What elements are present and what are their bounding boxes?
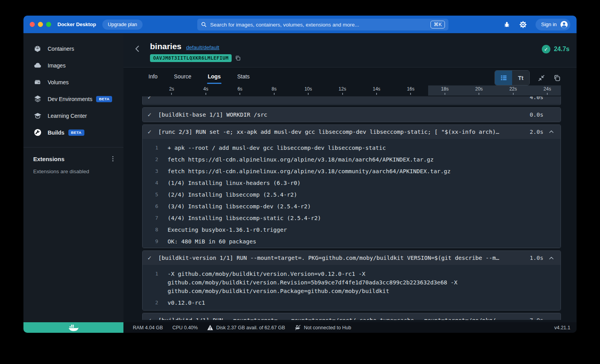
search-shortcut-badge: ⌘K (430, 21, 445, 28)
builder-ref-link[interactable]: default/default (186, 44, 220, 50)
step-label: [runc 2/3] RUN set -e; xx-apk add musl-d… (158, 129, 524, 135)
sign-in-button[interactable]: Sign in (536, 19, 570, 30)
minimize-window-icon[interactable] (38, 22, 43, 27)
log-line-number: 2 (143, 298, 158, 307)
docker-whale-engine-status[interactable] (23, 322, 123, 333)
tab-info[interactable]: Info (148, 67, 158, 85)
app-title: Docker Desktop (57, 21, 96, 27)
sidebar-item-label: Learning Center (48, 113, 87, 119)
list-view-icon (500, 74, 507, 82)
log-line: 4(1/4) Installing linux-headers (6.3-r0) (143, 177, 561, 189)
log-line-text: (4/4) Installing libseccomp-static (2.5.… (168, 214, 321, 222)
log-line-number: 1 (143, 144, 158, 152)
sidebar-item-dev-environments[interactable]: Dev EnvironmentsBETA (23, 91, 123, 107)
log-line-number: 9 (143, 237, 158, 246)
view-toggle-group: Tt (495, 70, 530, 85)
log-line: 9OK: 480 MiB in 60 packages (143, 236, 561, 247)
chevron-up-icon[interactable] (546, 255, 556, 261)
cpu-usage: CPU 0.40% (172, 325, 198, 330)
search-input[interactable]: Search for images, containers, volumes, … (197, 19, 448, 30)
timeline-tick-label: 22s (509, 86, 517, 92)
sidebar-item-label: Images (48, 62, 66, 69)
build-step: ✓[buildkitd 1/1] RUN --mount=target=. --… (142, 313, 561, 320)
timeline-ruler[interactable]: 2s4s6s8s10s12s14s16s18s20s22s24s (138, 85, 561, 96)
log-line-text: fetch https://dl-cdn.alpinelinux.org/alp… (168, 155, 434, 164)
log-line-text: (1/4) Installing linux-headers (6.3-r0) (168, 179, 300, 187)
timeline-tick-mark (239, 93, 240, 95)
build-header: binaries default/default OAVJM8T3IITLQXK… (123, 33, 577, 67)
sidebar-item-builds[interactable]: BuildsBETA (23, 124, 123, 141)
sidebar-item-label: Volumes (48, 79, 69, 85)
timeline-tick-mark (479, 93, 479, 95)
log-line-text: (2/4) Installing libseccomp (2.5.4-r2) (168, 190, 297, 199)
sidebar-item-containers[interactable]: Containers (23, 40, 123, 57)
plain-text-view-toggle[interactable]: Tt (512, 71, 529, 85)
step-success-check-icon: ✓ (147, 317, 156, 320)
step-label: [buildkit-base 1/1] WORKDIR /src (158, 112, 524, 118)
timeline-tick-mark (342, 93, 343, 95)
build-step-header[interactable]: ✓[buildkit-version 1/1] RUN --mount=targ… (143, 251, 561, 265)
volumes-icon (33, 78, 42, 86)
sidebar-item-label: Dev Environments (48, 96, 92, 102)
log-line-number: 2 (143, 155, 158, 164)
sidebar-item-label: Builds (48, 130, 64, 136)
build-step-header[interactable]: ✓[buildkit-base 1/1] WORKDIR /src0.0s (143, 108, 561, 122)
timeline-tick-mark (410, 93, 411, 95)
build-duration-text: 24.7s (554, 46, 570, 53)
step-log-output: 1-X github.com/moby/buildkit/version.Ver… (143, 265, 561, 311)
logs-panel: InfoSourceLogsStats Tt (123, 67, 577, 322)
timeline-tick-mark (376, 93, 377, 95)
bug-report-icon[interactable] (503, 21, 511, 28)
step-label: [buildkitd 1/1] RUN --mount=target=. --m… (158, 317, 524, 320)
back-button[interactable] (134, 45, 141, 54)
log-line: 7(4/4) Installing libseccomp-static (2.5… (143, 212, 561, 224)
sidebar-item-label: Containers (48, 46, 74, 52)
log-line: 1-X github.com/moby/buildkit/version.Ver… (143, 268, 561, 297)
titlebar: Docker Desktop Upgrade plan Search for i… (23, 16, 577, 33)
collapse-all-icon[interactable] (538, 74, 545, 82)
hub-connection-status: Not connected to Hub (295, 325, 351, 330)
chevron-up-icon[interactable] (546, 129, 556, 135)
build-id-badge: OAVJM8T3IITLQXKR6LMLEFIUM (150, 54, 232, 62)
tab-stats[interactable]: Stats (236, 67, 250, 85)
search-icon (201, 21, 207, 28)
upgrade-plan-button[interactable]: Upgrade plan (102, 20, 143, 30)
build-step-expanded: ✓[buildkit-version 1/1] RUN --mount=targ… (142, 250, 561, 311)
log-line: 3fetch https://dl-cdn.alpinelinux.org/al… (143, 165, 561, 177)
close-window-icon[interactable] (30, 22, 35, 27)
log-line-number: 8 (143, 226, 158, 234)
timeline-tick-mark (547, 93, 548, 95)
tab-logs[interactable]: Logs (207, 67, 221, 85)
structured-view-toggle[interactable] (495, 71, 512, 85)
timeline-tick-label: 10s (304, 86, 312, 92)
log-line: 8Executing busybox-1.36.1-r0.trigger (143, 224, 561, 236)
sidebar-item-images[interactable]: Images (23, 57, 123, 74)
build-step-header[interactable]: ✓[buildkitd 1/1] RUN --mount=target=. --… (143, 313, 561, 320)
user-avatar-icon (560, 20, 568, 29)
log-line-text: (3/4) Installing libseccomp-dev (2.5.4-r… (168, 202, 311, 211)
copy-build-id-icon[interactable] (235, 55, 241, 61)
build-step-header[interactable]: ✓[runc 2/3] RUN set -e; xx-apk add musl-… (143, 125, 561, 139)
dev-environments-icon (33, 95, 42, 103)
step-success-check-icon: ✓ (147, 129, 156, 135)
copy-logs-icon[interactable] (553, 74, 561, 82)
containers-icon (33, 45, 42, 53)
beta-badge: BETA (96, 96, 112, 102)
log-line-number: 7 (143, 214, 158, 222)
log-line: 1+ apk --root / add musl-dev gcc libsecc… (143, 142, 561, 154)
step-duration: 2.0s (524, 129, 543, 135)
disk-usage: Disk 2.37 GB avail. of 62.67 GB (207, 325, 285, 330)
sidebar-item-volumes[interactable]: Volumes (23, 74, 123, 91)
settings-gear-icon[interactable] (519, 21, 527, 28)
sidebar-item-learning-center[interactable]: Learning Center (23, 107, 123, 124)
build-duration: ✓ 24.7s (542, 45, 570, 53)
statusbar: RAM 4.04 GB CPU 0.40% Disk 2.37 GB avail… (23, 322, 577, 333)
log-line-number: 5 (143, 190, 158, 199)
maximize-window-icon[interactable] (46, 22, 51, 27)
tab-source[interactable]: Source (173, 67, 192, 85)
build-step-header[interactable]: ✓4.0s (143, 96, 561, 104)
timeline-tick-mark (445, 93, 445, 95)
timeline-tick-label: 2s (169, 86, 174, 92)
traffic-lights (30, 22, 51, 27)
extensions-menu-kebab-icon[interactable] (109, 155, 116, 162)
